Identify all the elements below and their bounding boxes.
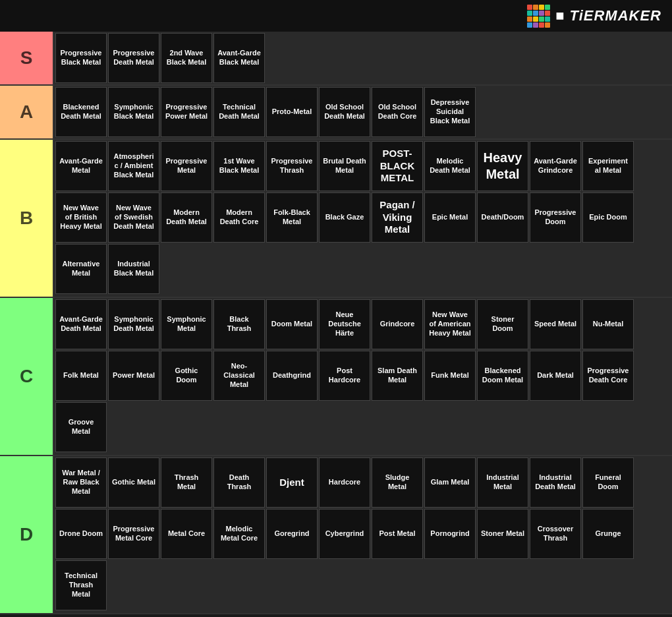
tier-row-s: S Progressive Black MetalProgressive Dea…: [0, 32, 672, 86]
logo-cell-3: [545, 5, 550, 10]
genre-cell[interactable]: Nu-Metal: [582, 299, 634, 349]
genre-cell[interactable]: Grunge: [582, 509, 634, 559]
tier-label-s: S: [0, 32, 53, 84]
genre-cell[interactable]: Blackened Doom Metal: [477, 351, 528, 401]
genre-cell[interactable]: Speed Metal: [530, 299, 581, 349]
genre-cell[interactable]: Avant-Garde Grindcore: [530, 141, 581, 191]
genre-cell[interactable]: Old School Death Core: [372, 87, 423, 137]
logo-cell-5: [533, 11, 538, 16]
genre-cell[interactable]: Death Thrash: [213, 457, 265, 508]
genre-cell[interactable]: Technical Thrash Metal: [55, 560, 107, 610]
genre-cell[interactable]: Progressive Power Metal: [161, 87, 212, 137]
genre-cell[interactable]: Heavy Metal: [477, 141, 528, 191]
genre-cell[interactable]: Groove Metal: [55, 402, 107, 452]
genre-cell[interactable]: Funk Metal: [424, 351, 476, 401]
genre-cell[interactable]: Goregrind: [266, 509, 318, 559]
genre-cell[interactable]: Progressive Doom: [530, 192, 581, 243]
genre-cell[interactable]: Alternative Metal: [55, 244, 107, 294]
genre-cell[interactable]: Avant-Garde Death Metal: [55, 299, 107, 349]
logo-cell-9: [533, 16, 538, 22]
genre-cell[interactable]: Modern Death Metal: [161, 192, 212, 243]
logo-cell-12: [527, 22, 532, 28]
genre-cell[interactable]: Old School Death Metal: [319, 87, 370, 137]
genre-cell[interactable]: Gothic Metal: [108, 457, 159, 508]
logo-cell-10: [539, 16, 544, 22]
genre-cell[interactable]: Black Gaze: [319, 192, 370, 243]
genre-cell[interactable]: Grindcore: [372, 299, 423, 349]
genre-cell[interactable]: Epic Doom: [582, 192, 634, 243]
genre-cell[interactable]: Pagan / Viking Metal: [372, 192, 423, 243]
header: ■ TiERMAKER: [0, 0, 672, 32]
genre-cell[interactable]: Blackened Death Metal: [55, 87, 107, 137]
genre-cell[interactable]: Industrial Metal: [477, 457, 528, 508]
genre-cell[interactable]: Avant-Garde Black Metal: [213, 33, 265, 83]
genre-cell[interactable]: 2nd Wave Black Metal: [161, 33, 212, 83]
genre-cell[interactable]: Slam Death Metal: [372, 351, 423, 401]
genre-cell[interactable]: Brutal Death Metal: [319, 141, 370, 191]
genre-cell[interactable]: Post Hardcore: [319, 351, 370, 401]
genre-cell[interactable]: Gothic Doom: [161, 351, 212, 401]
genre-cell[interactable]: Neo-Classical Metal: [213, 351, 265, 401]
genre-cell[interactable]: Crossover Thrash: [530, 509, 581, 559]
genre-cell[interactable]: Proto-Metal: [266, 87, 318, 137]
genre-cell[interactable]: 1st Wave Black Metal: [213, 141, 265, 191]
logo-cell-8: [527, 16, 532, 22]
genre-cell[interactable]: Progressive Black Metal: [55, 33, 107, 83]
tier-content-b: Avant-Garde MetalAtmospheric / Ambient B…: [53, 140, 672, 297]
genre-cell[interactable]: Modern Death Core: [213, 192, 265, 243]
genre-cell[interactable]: Deathgrind: [266, 351, 318, 401]
genre-cell[interactable]: Funeral Doom: [582, 457, 634, 508]
genre-cell[interactable]: Melodic Death Metal: [424, 141, 476, 191]
genre-cell[interactable]: War Metal / Raw Black Metal: [55, 457, 107, 508]
genre-cell[interactable]: Cybergrind: [319, 509, 370, 559]
genre-cell[interactable]: Drone Doom: [55, 509, 107, 559]
genre-cell[interactable]: Power Metal: [108, 351, 159, 401]
logo-cell-2: [539, 5, 544, 10]
logo-cell-1: [533, 5, 538, 10]
genre-cell[interactable]: Melodic Metal Core: [213, 509, 265, 559]
genre-cell[interactable]: Symphonic Metal: [161, 299, 212, 349]
genre-cell[interactable]: Stoner Doom: [477, 299, 528, 349]
genre-cell[interactable]: Metal Core: [161, 509, 212, 559]
genre-cell[interactable]: Atmospheric / Ambient Black Metal: [108, 141, 159, 191]
genre-cell[interactable]: Experimental Metal: [582, 141, 634, 191]
logo-grid: [527, 5, 550, 28]
genre-cell[interactable]: Black Thrash: [213, 299, 265, 349]
genre-cell[interactable]: New Wave of British Heavy Metal: [55, 192, 107, 243]
genre-cell[interactable]: Progressive Death Core: [582, 351, 634, 401]
genre-cell[interactable]: Avant-Garde Metal: [55, 141, 107, 191]
genre-cell[interactable]: Doom Metal: [266, 299, 318, 349]
genre-cell[interactable]: Post Metal: [372, 509, 423, 559]
genre-cell[interactable]: Folk-Black Metal: [266, 192, 318, 243]
genre-cell[interactable]: Folk Metal: [55, 351, 107, 401]
genre-cell[interactable]: Industrial Black Metal: [108, 244, 159, 294]
genre-cell[interactable]: Sludge Metal: [372, 457, 423, 508]
genre-cell[interactable]: Symphonic Death Metal: [108, 299, 159, 349]
genre-cell[interactable]: Symphonic Black Metal: [108, 87, 159, 137]
tier-label-c: C: [0, 298, 53, 455]
genre-cell[interactable]: Dark Metal: [530, 351, 581, 401]
logo-cell-4: [527, 11, 532, 16]
genre-cell[interactable]: Epic Metal: [424, 192, 476, 243]
genre-cell[interactable]: Thrash Metal: [161, 457, 212, 508]
tier-content-a: Blackened Death MetalSymphonic Black Met…: [53, 86, 672, 138]
genre-cell[interactable]: Death/Doom: [477, 192, 528, 243]
genre-cell[interactable]: Progressive Thrash: [266, 141, 318, 191]
genre-cell[interactable]: Stoner Metal: [477, 509, 528, 559]
genre-cell[interactable]: Progressive Metal: [161, 141, 212, 191]
genre-cell[interactable]: Technical Death Metal: [213, 87, 265, 137]
genre-cell[interactable]: New Wave of Swedish Death Metal: [108, 192, 159, 243]
genre-cell[interactable]: New Wave of American Heavy Metal: [424, 299, 476, 349]
tier-content-c: Avant-Garde Death MetalSymphonic Death M…: [53, 298, 672, 455]
genre-cell[interactable]: Hardcore: [319, 457, 370, 508]
genre-cell[interactable]: Pornogrind: [424, 509, 476, 559]
genre-cell[interactable]: Glam Metal: [424, 457, 476, 508]
genre-cell[interactable]: POST-BLACK METAL: [372, 141, 423, 191]
genre-cell[interactable]: Depressive Suicidal Black Metal: [424, 87, 476, 137]
logo-cell-6: [539, 11, 544, 16]
genre-cell[interactable]: Neue Deutsche Härte: [319, 299, 370, 349]
genre-cell[interactable]: Progressive Metal Core: [108, 509, 159, 559]
genre-cell[interactable]: Progressive Death Metal: [108, 33, 159, 83]
genre-cell[interactable]: Industrial Death Metal: [530, 457, 581, 508]
genre-cell[interactable]: Djent: [266, 457, 318, 508]
